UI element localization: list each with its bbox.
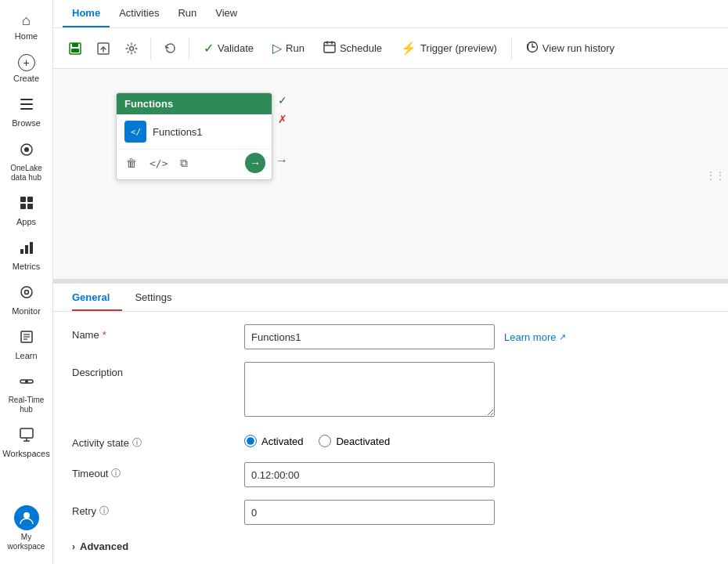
svg-rect-11 [30,242,33,254]
name-label: Name * [72,324,244,341]
learn-more-label: Learn more [504,331,556,343]
functions-node: Functions </> Functions1 🗑 </> ⧉ → [116,92,272,180]
node-code-button[interactable]: </> [146,155,171,171]
sidebar-item-browse[interactable]: Browse [0,90,52,135]
node-side-arrow[interactable]: → [276,154,288,168]
retry-field [244,500,709,525]
sidebar-item-metrics[interactable]: Metrics [0,233,52,278]
sidebar-item-label: Real-Timehub [9,396,45,414]
monitor-icon [19,284,34,304]
separator [150,38,151,60]
learn-more-icon: ↗ [559,332,566,342]
history-icon [526,41,539,56]
timeout-info-icon[interactable]: ⓘ [111,467,121,480]
sidebar-item-label: Home [15,31,38,42]
onelake-icon [19,142,34,161]
svg-rect-0 [20,99,33,100]
sidebar-item-label: Create [13,74,39,84]
sidebar-item-apps[interactable]: Apps [0,189,52,233]
advanced-section: › Advanced [72,537,244,555]
node-go-button[interactable]: → [245,153,265,173]
advanced-toggle[interactable]: › Advanced [72,537,128,555]
radio-group-activity-state: Activated Deactivated [244,432,709,447]
sidebar-item-create[interactable]: + Create [0,48,52,90]
drag-handle: ⋮⋮ [706,170,725,181]
retry-input[interactable] [244,500,495,525]
settings-button[interactable] [119,36,144,61]
radio-deactivated[interactable]: Deactivated [319,435,390,447]
activity-state-info-icon[interactable]: ⓘ [132,436,142,450]
run-button[interactable]: ▷ Run [265,36,312,60]
sidebar-item-workspaces[interactable]: Workspaces [0,421,52,465]
advanced-label: Advanced [80,540,128,552]
sidebar-item-label: Monitor [12,306,41,316]
trigger-label: Trigger (preview) [420,42,497,54]
validate-icon: ✓ [204,41,214,56]
sidebar: ⌂ Home + Create Browse OneLakedata hub A… [0,0,53,564]
svg-rect-9 [20,249,23,254]
svg-point-19 [25,380,28,383]
form-row-timeout: Timeout ⓘ [72,462,709,487]
home-icon: ⌂ [22,13,31,29]
svg-point-4 [24,147,29,152]
undo-button[interactable] [157,36,182,61]
form-row-retry: Retry ⓘ [72,500,709,525]
create-icon: + [18,54,35,71]
radio-activated-input[interactable] [244,435,257,447]
svg-point-23 [23,512,30,519]
chevron-right-icon: › [72,541,75,552]
node-copy-button[interactable]: ⧉ [177,155,191,172]
node-icon: </> [124,121,146,143]
description-input[interactable] [244,362,495,417]
tab-general[interactable]: General [72,284,122,311]
tab-activities-label: Activities [119,7,159,19]
apps-icon [19,195,34,215]
svg-rect-6 [27,197,33,202]
tab-view[interactable]: View [206,0,247,27]
radio-activated-label: Activated [261,436,303,447]
sidebar-item-label: Myworkspace [8,533,45,551]
tab-settings[interactable]: Settings [135,284,184,311]
sidebar-item-myworkspace[interactable]: Myworkspace [0,499,52,558]
tab-run[interactable]: Run [168,0,206,27]
sidebar-item-realtime[interactable]: Real-Timehub [0,367,52,421]
tab-home[interactable]: Home [63,0,110,27]
node-delete-button[interactable]: 🗑 [123,155,140,171]
validate-label: Validate [218,42,254,54]
separator [189,38,189,60]
main-area: Home Activities Run View ✓ Validate [53,0,728,564]
run-label: Run [286,42,305,54]
svg-rect-2 [20,108,33,110]
panel-tabs: General Settings [53,284,728,312]
retry-label: Retry ⓘ [72,500,244,518]
svg-rect-10 [25,245,28,254]
learn-more-link[interactable]: Learn more ↗ [504,331,566,343]
svg-text:</>: </> [131,127,142,137]
publish-button[interactable] [91,36,116,61]
node-side-icons: ✓ ✗ [275,92,290,127]
view-run-history-button[interactable]: View run history [518,36,622,60]
node-header: Functions [117,93,272,114]
node-success-icon[interactable]: ✓ [275,92,290,108]
trigger-button[interactable]: ⚡ Trigger (preview) [393,36,505,60]
sidebar-item-home[interactable]: ⌂ Home [0,6,52,48]
sidebar-item-monitor[interactable]: Monitor [0,278,52,323]
radio-deactivated-input[interactable] [319,435,331,447]
tab-activities[interactable]: Activities [110,0,168,27]
retry-info-icon[interactable]: ⓘ [99,504,109,518]
sidebar-item-onelake[interactable]: OneLakedata hub [0,136,52,189]
timeout-input[interactable] [244,462,495,487]
sidebar-item-label: Metrics [13,262,40,272]
node-fail-icon[interactable]: ✗ [275,111,290,127]
validate-button[interactable]: ✓ Validate [196,36,261,60]
name-input[interactable] [244,324,495,349]
radio-activated[interactable]: Activated [244,435,303,447]
svg-rect-25 [72,43,78,47]
form-row-description: Description [72,362,709,419]
save-button[interactable] [63,36,88,61]
top-nav: Home Activities Run View [53,0,728,28]
svg-rect-20 [20,428,33,438]
sidebar-item-learn[interactable]: Learn [0,323,52,367]
schedule-button[interactable]: Schedule [315,36,390,60]
svg-point-29 [130,46,134,50]
